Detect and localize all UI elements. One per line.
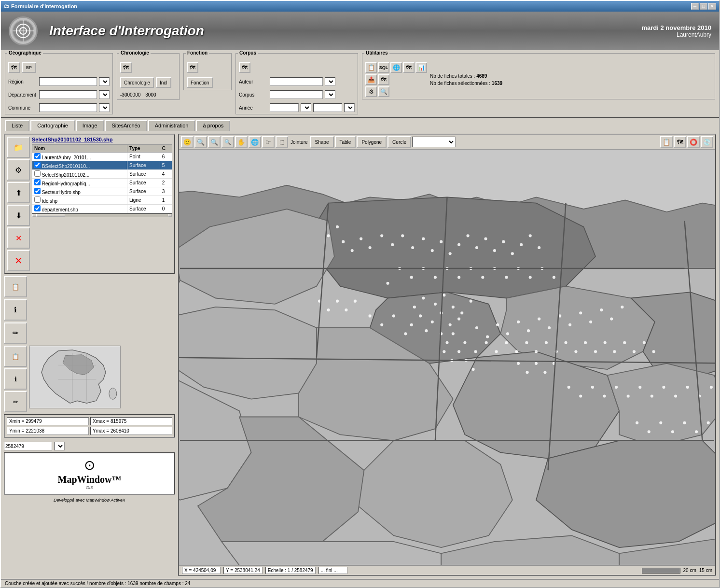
map-tool-globe[interactable]: 🌐 — [249, 136, 261, 148]
map-tool-extra1[interactable]: 📋 — [660, 136, 673, 148]
layer-checkbox[interactable] — [34, 196, 41, 203]
svg-point-118 — [662, 386, 665, 389]
annee-to-select[interactable] — [344, 103, 355, 112]
map-tool-search[interactable]: 🔍 — [222, 136, 234, 148]
auteur-input[interactable] — [270, 77, 323, 86]
table-row[interactable]: BSelectShp2010110... Surface 5 — [32, 161, 172, 170]
table-row[interactable]: LaurentAubry_20101... Point 6 — [32, 153, 172, 161]
col-c: C — [160, 145, 172, 153]
dept-input[interactable] — [39, 90, 97, 99]
tab-liste[interactable]: Liste — [5, 120, 29, 131]
incl-btn[interactable]: Incl — [156, 77, 171, 88]
layer-x2-btn[interactable]: ✕ — [7, 250, 30, 271]
minimap-edit-btn[interactable]: ✏ — [4, 391, 27, 412]
shape-btn[interactable]: Shape — [310, 136, 334, 148]
svg-point-48 — [351, 249, 354, 252]
map-canvas[interactable] — [179, 150, 715, 565]
annee-input[interactable] — [270, 103, 299, 112]
util-icon-2[interactable]: SQL — [378, 62, 389, 73]
auteur-select[interactable] — [325, 77, 335, 86]
util-icon-3[interactable]: 🌐 — [390, 62, 402, 73]
maximize-button[interactable]: □ — [700, 3, 707, 10]
layer-checkbox[interactable] — [34, 205, 41, 211]
map-tool-zoom-in[interactable]: 🔍 — [194, 136, 207, 148]
corpus-sub-select[interactable] — [325, 90, 335, 99]
corpus-sub-input[interactable] — [270, 90, 323, 99]
util-icon-7[interactable]: 🗺 — [378, 74, 389, 85]
window-controls[interactable]: ─ □ ✕ — [691, 3, 716, 10]
svg-point-24 — [443, 294, 445, 296]
map-tool-select[interactable]: ⬚ — [276, 136, 288, 148]
map-tool-smiley[interactable]: 🙂 — [181, 136, 194, 148]
util-icon-6[interactable]: 📤 — [365, 74, 377, 85]
table-row[interactable]: SecteurHydro.shp Surface 3 — [32, 187, 172, 196]
tab-sitesarcheo[interactable]: SitesArchéo — [105, 120, 147, 131]
xmin-coord: Xmin = 299479 — [7, 417, 89, 425]
map-tool-extra2[interactable]: 🗺 — [674, 136, 686, 148]
layer-scrollbar[interactable] — [32, 213, 172, 217]
table-row[interactable]: RegionHydrographiq... Surface 2 — [32, 179, 172, 187]
table-row[interactable]: SelectShp20101102... Surface 4 — [32, 170, 172, 179]
layer-down-btn[interactable]: ⬇ — [7, 205, 30, 226]
minimize-button[interactable]: ─ — [691, 3, 699, 10]
map-tool-hand[interactable]: ☞ — [262, 136, 275, 148]
layer-checkbox[interactable] — [34, 179, 41, 185]
table-row[interactable]: departement.shp Surface 0 — [32, 205, 172, 213]
layer-edit-btn[interactable]: ⚙ — [7, 159, 30, 181]
commune-input[interactable] — [39, 103, 97, 112]
commune-select[interactable] — [99, 103, 110, 112]
layer-checkbox[interactable] — [34, 162, 41, 168]
geo-icon-btn[interactable]: 🗺 — [8, 62, 20, 73]
map-tool-extra3[interactable]: ⭕ — [687, 136, 700, 148]
tab-cartographie[interactable]: Cartographie — [30, 120, 75, 131]
minimap-add-btn[interactable]: 📋 — [4, 346, 27, 367]
svg-point-17 — [431, 321, 434, 323]
close-button[interactable]: ✕ — [708, 3, 716, 10]
layer-checkbox[interactable] — [34, 188, 41, 194]
dept-select[interactable] — [99, 90, 110, 99]
layer-checkbox[interactable] — [34, 170, 41, 177]
geo-bp-btn[interactable]: BP — [22, 62, 36, 73]
map-tool-zoom-out[interactable]: 🔍 — [208, 136, 221, 148]
svg-point-127 — [526, 371, 528, 374]
region-select[interactable] — [99, 77, 110, 86]
tab-administration[interactable]: Administration — [148, 120, 195, 131]
map-tool-pan[interactable]: ✋ — [235, 136, 248, 148]
map-layer-select[interactable] — [412, 137, 456, 147]
corpus-icon-btn[interactable]: 🗺 — [239, 62, 250, 73]
info-btn[interactable]: ℹ — [4, 299, 27, 321]
map-tool-extra4[interactable]: 💿 — [701, 136, 713, 148]
table-btn[interactable]: 📋 — [4, 276, 27, 297]
table-row[interactable]: tdc.shp Ligne 1 — [32, 196, 172, 205]
layer-checkbox[interactable] — [34, 153, 41, 159]
pencil-btn[interactable]: ✏ — [4, 322, 27, 344]
table-map-btn[interactable]: Table — [335, 136, 356, 148]
annee-to-input[interactable] — [313, 103, 342, 112]
fonction-icon-btn[interactable]: 🗺 — [187, 62, 198, 73]
tab-apropos[interactable]: à propos — [196, 120, 230, 131]
tab-image[interactable]: Image — [76, 120, 104, 131]
util-icon-9[interactable]: 🔍 — [378, 86, 389, 97]
svg-point-140 — [443, 350, 445, 353]
layer-del-btn[interactable]: ✕ — [7, 227, 30, 249]
svg-point-93 — [574, 350, 577, 353]
annee-select[interactable] — [301, 103, 311, 112]
scale-input[interactable] — [4, 442, 52, 450]
util-icon-8[interactable]: ⚙ — [365, 86, 377, 97]
chron-icon-btn[interactable]: 🗺 — [120, 62, 132, 73]
chron-btn[interactable]: Chronologie — [120, 77, 154, 88]
polygon-btn[interactable]: Polygone — [357, 136, 387, 148]
scale-select[interactable] — [54, 442, 65, 450]
shp-file-title[interactable]: SelectShp20101102_181530.shp — [32, 137, 113, 142]
cercle-btn[interactable]: Cercle — [388, 136, 411, 148]
layer-up-btn[interactable]: ⬆ — [7, 182, 30, 203]
corpus-sub-label: Corpus — [239, 92, 268, 98]
layer-add-btn[interactable]: 📁 — [7, 137, 30, 158]
fonction-btn[interactable]: Fonction — [187, 77, 213, 88]
region-input[interactable] — [39, 77, 97, 86]
minimap-info-btn[interactable]: ℹ — [4, 368, 27, 390]
util-icon-4[interactable]: 🗺 — [403, 62, 415, 73]
util-icon-1[interactable]: 📋 — [365, 62, 377, 73]
svg-point-25 — [452, 306, 455, 308]
util-icon-5[interactable]: 📊 — [415, 62, 427, 73]
